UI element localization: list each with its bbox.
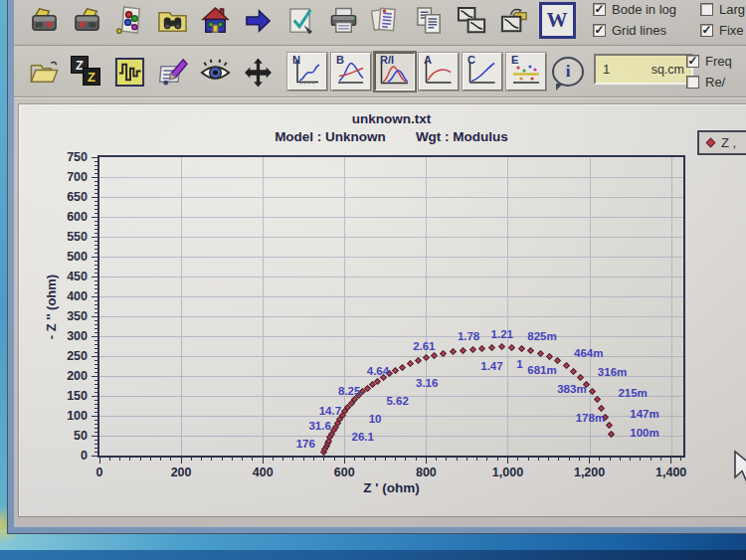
horizontal-gridline <box>99 296 683 297</box>
x-tick-label: 400 <box>253 466 274 479</box>
mouse-cursor <box>732 450 746 487</box>
taskbar-strip <box>0 550 746 560</box>
data-point <box>431 352 438 359</box>
plot-real-imag-button[interactable]: R/I <box>375 53 415 91</box>
x-tick-mark <box>344 458 345 464</box>
checkbox-box[interactable] <box>700 3 713 16</box>
x-tick-mark <box>160 458 161 461</box>
y-tick-mark <box>94 233 97 234</box>
zsimp-logo-button[interactable]: ZZ <box>67 51 106 93</box>
x-tick-mark <box>282 458 283 461</box>
x-tick-mark <box>651 458 652 461</box>
checkbox-bode-in-log[interactable]: ✓Bode in log <box>593 0 676 18</box>
horizontal-gridline <box>99 376 683 377</box>
info-icon-tail <box>556 84 563 91</box>
plot-error-button[interactable]: E <box>506 53 546 91</box>
vertical-gridline <box>507 157 508 456</box>
freq-label: 1.47 <box>480 360 502 372</box>
open-file-button[interactable] <box>24 51 64 93</box>
x-tick-mark <box>263 458 264 464</box>
checkbox-box[interactable]: ✓ <box>593 3 606 16</box>
signal-waveform-button[interactable] <box>109 51 149 93</box>
y-tick-mark <box>94 245 97 246</box>
info-button[interactable]: i <box>550 52 586 92</box>
x-tick-label: 200 <box>171 466 192 479</box>
y-tick-mark <box>94 440 97 441</box>
y-tick-mark <box>94 392 97 393</box>
word-report-button[interactable]: W <box>537 0 577 41</box>
molecule-doc-icon <box>114 5 145 36</box>
freq-label: 176 <box>296 438 315 450</box>
checkbox-freq[interactable]: ✓Freq <box>686 52 732 70</box>
freq-label: 825m <box>527 330 556 342</box>
horizontal-gridline <box>99 277 683 278</box>
data-point <box>570 367 577 374</box>
checkbox-re-[interactable]: Re/ <box>686 73 732 91</box>
data-point <box>562 362 569 369</box>
y-tick-mark <box>94 444 97 445</box>
checkbox-larg[interactable]: Larg <box>700 0 745 18</box>
toolbar-checkboxes-right: Larg✓Fixe <box>700 0 745 39</box>
y-tick-label: 250 <box>54 349 88 363</box>
horizontal-gridline <box>99 217 683 218</box>
x-tick-mark <box>354 458 355 461</box>
x-tick-mark <box>273 458 274 461</box>
chart-subtitle: Model : UnknownWgt : Modulus <box>97 129 685 144</box>
plot-nyquist-button[interactable]: N <box>287 53 327 91</box>
checkbox-box[interactable]: ✓ <box>700 24 713 37</box>
edit-parameters-button[interactable] <box>152 51 192 93</box>
home-button[interactable] <box>195 0 235 41</box>
print-preview-button[interactable] <box>366 0 406 41</box>
y-tick-mark <box>94 320 97 321</box>
x-tick-mark <box>457 458 458 461</box>
checkbox-grid-lines[interactable]: ✓Grid lines <box>593 21 676 39</box>
checkbox-fixe[interactable]: ✓Fixe <box>700 21 745 39</box>
plot-grid-region: 17631.626.114.7108.255.624.643.162.611.7… <box>99 157 683 456</box>
y-tick-mark <box>94 229 97 230</box>
checkbox-box[interactable]: ✓ <box>686 55 699 68</box>
y-tick-label: 650 <box>54 190 88 204</box>
nyquist-plot-area: 17631.626.114.7108.255.624.643.162.611.7… <box>97 155 685 458</box>
plot-admittance-button[interactable]: A <box>419 53 459 91</box>
y-tick-mark <box>94 344 97 345</box>
x-tick-mark <box>140 458 141 461</box>
legend-marker-icon <box>706 138 716 148</box>
plot-capacitance-button[interactable]: C <box>463 53 502 91</box>
checkbox-box[interactable] <box>686 76 699 89</box>
y-tick-mark <box>94 324 97 325</box>
pan-view-button[interactable] <box>238 51 278 93</box>
area-input-field[interactable]: sq.cm <box>594 54 693 85</box>
print-button[interactable] <box>323 0 363 41</box>
x-tick-mark <box>630 458 631 461</box>
x-tick-mark <box>364 458 365 461</box>
freq-label: 4.64 <box>367 365 389 377</box>
new-model-button[interactable] <box>109 0 149 41</box>
validate-fit-button[interactable] <box>280 0 320 41</box>
export-chart-button[interactable] <box>494 0 534 41</box>
y-tick-mark <box>94 181 97 182</box>
y-tick-mark <box>94 249 97 250</box>
y-tick-mark <box>92 316 97 317</box>
x-tick-mark <box>507 458 508 464</box>
house-icon <box>200 5 231 36</box>
x-tick-label: 0 <box>96 466 103 479</box>
y-tick-mark <box>94 312 97 313</box>
checkbox-box[interactable]: ✓ <box>593 24 606 37</box>
x-tick-mark <box>129 458 130 461</box>
acquire-snapshot-2-button[interactable] <box>67 0 106 41</box>
plot-bode-button[interactable]: B <box>331 53 371 91</box>
y-tick-label: 400 <box>54 289 88 303</box>
search-files-button[interactable] <box>152 0 192 41</box>
x-tick-mark <box>395 458 396 461</box>
word-report-icon: W <box>539 2 576 39</box>
copy-report-button[interactable] <box>409 0 449 41</box>
x-tick-mark <box>466 458 467 461</box>
area-value-input[interactable] <box>603 62 633 77</box>
y-tick-mark <box>92 197 97 198</box>
run-next-button[interactable] <box>238 0 278 41</box>
overlay-charts-button[interactable] <box>452 0 491 41</box>
acquire-snapshot-1-button[interactable] <box>24 0 64 41</box>
view-data-button[interactable] <box>195 51 235 93</box>
x-tick-mark <box>548 458 549 461</box>
freq-label: 1.21 <box>491 328 513 340</box>
